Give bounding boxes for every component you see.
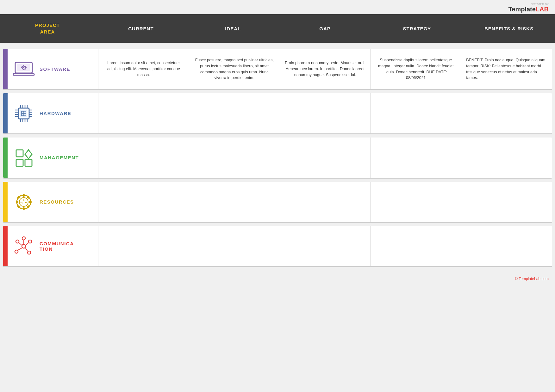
row-software: SOFTWARE Lorem ipsum dolor sit amet, con… xyxy=(3,49,552,90)
resources-strategy xyxy=(370,182,461,222)
row-resources: $ % ♥ RESOURCES xyxy=(3,182,552,223)
management-ideal xyxy=(189,138,280,178)
management-icon xyxy=(13,147,35,169)
resources-current xyxy=(98,182,189,222)
resources-ideal xyxy=(189,182,280,222)
header-benefits-risks: BENEFITS & RISKS xyxy=(463,21,555,36)
resources-gap xyxy=(280,182,371,222)
hardware-benefits-risks xyxy=(461,93,552,133)
header-strategy: STRATEGY xyxy=(371,21,463,36)
footer-link[interactable]: © TemplateLab.com xyxy=(515,277,549,281)
management-strategy xyxy=(370,138,461,178)
svg-point-59 xyxy=(22,237,25,240)
footer: © TemplateLab.com xyxy=(0,273,555,284)
svg-point-56 xyxy=(28,240,32,243)
svg-rect-37 xyxy=(16,150,23,157)
header-ideal: IDEAL xyxy=(187,21,279,36)
project-cell-hardware: HARDWARE xyxy=(3,93,98,133)
software-strategy: Suspendisse dapibus lorem pellentesque m… xyxy=(370,49,461,89)
header-gap: GAP xyxy=(279,21,371,36)
software-icon xyxy=(13,58,35,80)
svg-rect-8 xyxy=(26,67,27,68)
svg-rect-44 xyxy=(16,201,18,203)
svg-line-63 xyxy=(18,248,22,250)
svg-point-54 xyxy=(22,244,26,248)
hardware-ideal xyxy=(189,93,280,133)
communication-ideal xyxy=(189,226,280,266)
svg-line-61 xyxy=(19,243,22,245)
svg-rect-2 xyxy=(13,74,34,75)
row-hardware: HARDWARE xyxy=(3,93,552,134)
resources-benefits-risks xyxy=(461,182,552,222)
accent-resources xyxy=(3,182,8,222)
svg-rect-6 xyxy=(23,69,24,70)
communication-strategy xyxy=(370,226,461,266)
software-benefits-risks: BENEFIT: Proin nec augue. Quisque aliqua… xyxy=(461,49,552,89)
logo-bar: CREATED BY TemplateLAB xyxy=(0,0,555,14)
accent-hardware xyxy=(3,93,8,133)
svg-line-64 xyxy=(25,248,28,251)
content-area: SOFTWARE Lorem ipsum dolor sit amet, con… xyxy=(0,43,555,273)
accent-management xyxy=(3,138,8,178)
svg-point-4 xyxy=(23,67,24,68)
management-gap xyxy=(280,138,371,178)
svg-rect-39 xyxy=(16,159,23,166)
row-management: MANAGEMENT xyxy=(3,138,552,179)
accent-software xyxy=(3,49,8,89)
header-row: PROJECT AREA CURRENT IDEAL GAP STRATEGY … xyxy=(0,14,555,43)
page-wrapper: CREATED BY TemplateLAB PROJECT AREA CURR… xyxy=(0,0,555,284)
hardware-gap xyxy=(280,93,371,133)
software-gap: Proin pharetra nonummy pede. Mauris et o… xyxy=(280,49,371,89)
svg-rect-7 xyxy=(21,67,22,68)
communication-icon xyxy=(13,235,35,257)
svg-text:%: % xyxy=(20,201,22,204)
accent-communication xyxy=(3,226,8,266)
resources-label: RESOURCES xyxy=(40,199,74,205)
communication-gap xyxy=(280,226,371,266)
project-cell-software: SOFTWARE xyxy=(3,49,98,89)
management-benefits-risks xyxy=(461,138,552,178)
project-cell-resources: $ % ♥ RESOURCES xyxy=(3,182,98,222)
software-ideal: Fusce posuere, magna sed pulvinar ultric… xyxy=(189,49,280,89)
svg-rect-45 xyxy=(29,201,32,203)
hardware-label: HARDWARE xyxy=(40,111,71,116)
svg-text:♥: ♥ xyxy=(25,201,27,204)
project-cell-management: MANAGEMENT xyxy=(3,138,98,178)
hardware-current xyxy=(98,93,189,133)
header-current: CURRENT xyxy=(95,21,187,36)
communication-current xyxy=(98,226,189,266)
resources-icon: $ % ♥ xyxy=(13,191,35,213)
svg-rect-5 xyxy=(23,65,24,66)
software-current: Lorem ipsum dolor sit amet, consectetuer… xyxy=(98,49,189,89)
management-current xyxy=(98,138,189,178)
svg-line-62 xyxy=(26,243,28,245)
management-label: MANAGEMENT xyxy=(40,155,79,160)
svg-text:$: $ xyxy=(23,199,25,201)
header-project-area: PROJECT AREA xyxy=(0,17,95,40)
logo: CREATED BY TemplateLAB xyxy=(508,3,549,13)
communication-label: COMMUNICATION xyxy=(40,241,74,252)
svg-point-57 xyxy=(15,250,18,253)
svg-rect-42 xyxy=(23,194,25,197)
row-communication: COMMUNICATION xyxy=(3,226,552,267)
hardware-strategy xyxy=(370,93,461,133)
project-cell-communication: COMMUNICATION xyxy=(3,226,98,266)
svg-point-55 xyxy=(16,240,19,243)
communication-benefits-risks xyxy=(461,226,552,266)
svg-rect-40 xyxy=(25,159,32,166)
svg-rect-43 xyxy=(23,207,25,210)
software-label: SOFTWARE xyxy=(40,66,70,72)
svg-marker-38 xyxy=(25,150,32,159)
hardware-icon xyxy=(13,102,35,125)
svg-point-58 xyxy=(28,251,31,254)
